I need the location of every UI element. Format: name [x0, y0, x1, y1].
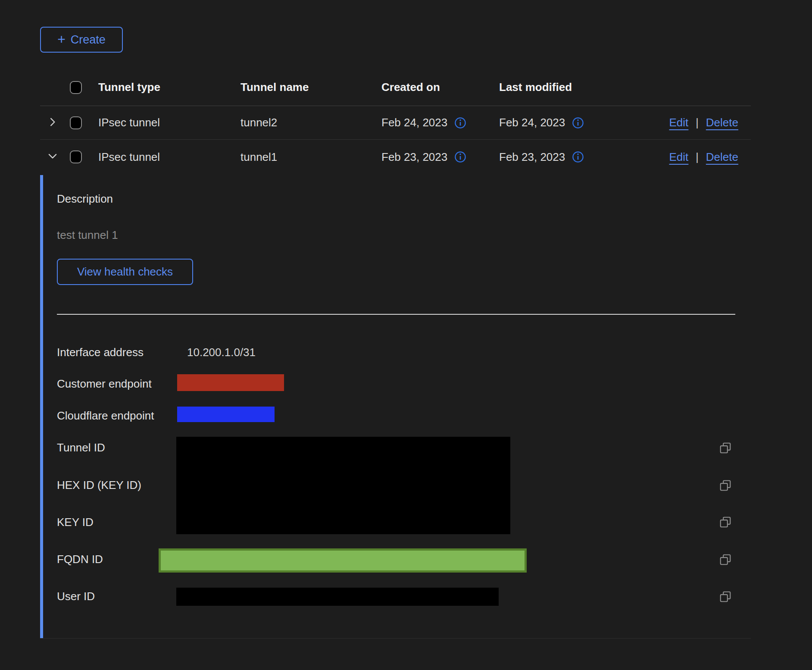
last-modified-cell: Feb 24, 2023 [499, 116, 565, 129]
created-on-cell: Feb 24, 2023 [381, 116, 447, 129]
customer-endpoint-label: Customer endpoint [57, 377, 152, 390]
expanded-row-panel: Description test tunnel 1 View health ch… [40, 174, 751, 639]
create-button-label: Create [71, 33, 106, 47]
tunnel-id-label: Tunnel ID [57, 441, 105, 454]
user-id-redaction [176, 588, 499, 606]
view-health-checks-button[interactable]: View health checks [57, 259, 193, 285]
table-row: IPsec tunnel tunnel1 Feb 23, 2023 Feb 23… [40, 140, 751, 174]
tunnels-page: + Create Tunnel type Tunnel name Created… [0, 0, 812, 670]
action-separator: | [696, 116, 699, 129]
expanded-row-indicator-bar [40, 175, 43, 638]
delete-link[interactable]: Delete [706, 150, 738, 164]
copy-icon-user-id[interactable] [719, 590, 732, 603]
copy-icon-fqdn-id[interactable] [719, 553, 732, 566]
copy-icon-hex-id[interactable] [719, 479, 732, 492]
edit-link[interactable]: Edit [669, 150, 689, 164]
tunnel-name-cell: tunnel1 [240, 150, 381, 164]
cloudflare-endpoint-label: Cloudflare endpoint [57, 409, 154, 422]
copy-icon-key-id[interactable] [719, 516, 732, 529]
chevron-right-icon[interactable] [47, 116, 58, 128]
interface-address-value: 10.200.1.0/31 [187, 346, 256, 359]
create-button[interactable]: + Create [40, 27, 123, 53]
user-id-label: User ID [57, 590, 95, 603]
delete-link[interactable]: Delete [706, 116, 738, 129]
tunnel-name-cell: tunnel2 [240, 116, 381, 129]
cloudflare-endpoint-redaction [177, 407, 275, 422]
tunnel-type-cell: IPsec tunnel [98, 116, 240, 129]
description-value: test tunnel 1 [57, 229, 118, 241]
last-modified-cell: Feb 23, 2023 [499, 150, 565, 164]
hex-id-label: HEX ID (KEY ID) [57, 479, 141, 492]
row-checkbox[interactable] [70, 150, 82, 163]
column-header-created-on: Created on [381, 81, 499, 94]
info-icon[interactable] [572, 117, 584, 129]
detail-divider [57, 314, 735, 315]
info-icon[interactable] [454, 117, 466, 129]
edit-link[interactable]: Edit [669, 116, 689, 129]
key-id-label: KEY ID [57, 516, 94, 529]
table-header-row: Tunnel type Tunnel name Created on Last … [40, 69, 751, 106]
info-icon[interactable] [572, 151, 584, 163]
description-label: Description [57, 192, 113, 205]
ids-redaction-block [176, 437, 510, 534]
info-icon[interactable] [454, 151, 466, 163]
row-checkbox[interactable] [70, 116, 82, 129]
interface-address-label: Interface address [57, 346, 144, 359]
tunnel-type-cell: IPsec tunnel [98, 150, 240, 164]
plus-icon: + [57, 32, 66, 46]
customer-endpoint-redaction [177, 374, 284, 391]
select-all-checkbox[interactable] [70, 81, 82, 94]
column-header-tunnel-type: Tunnel type [98, 81, 240, 94]
column-header-tunnel-name: Tunnel name [240, 81, 381, 94]
copy-icon-tunnel-id[interactable] [719, 441, 732, 454]
action-separator: | [696, 151, 699, 163]
fqdn-id-label: FQDN ID [57, 553, 103, 566]
table-row: IPsec tunnel tunnel2 Feb 24, 2023 Feb 24… [40, 106, 751, 140]
fqdn-id-redaction [159, 548, 527, 573]
column-header-last-modified: Last modified [499, 81, 664, 94]
created-on-cell: Feb 23, 2023 [381, 150, 447, 164]
chevron-down-icon[interactable] [47, 150, 58, 162]
